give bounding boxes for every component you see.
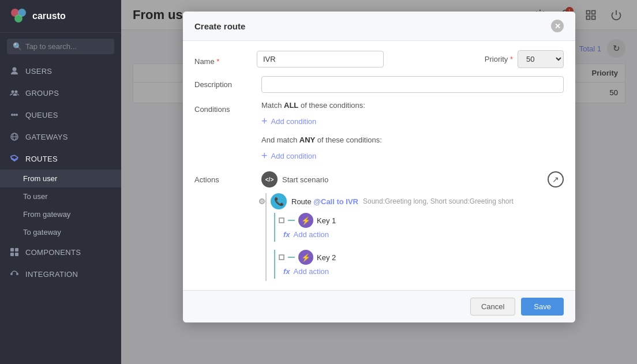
priority-group: Priority * 50 10 20 100 (485, 50, 564, 68)
svg-point-6 (11, 114, 13, 116)
key1-content: ⚡ Key 1 fx Add action (279, 213, 564, 239)
svg-point-2 (14, 14, 23, 22)
queues-label: QUEUES (25, 111, 58, 119)
match-all-text: Match ALL of these conditions: (261, 101, 564, 110)
search-bar[interactable]: 🔍 (7, 39, 114, 54)
flow-tree: 📞 Route @Call to IVR Sound:Greeting long… (261, 193, 564, 281)
key2-row: ⚡ Key 2 (279, 250, 564, 265)
svg-point-7 (13, 114, 16, 116)
modal-overlay: Create route ✕ Name * Priority (121, 0, 637, 364)
gap1 (271, 244, 564, 250)
sidebar-subitem-from-gateway[interactable]: From gateway (0, 205, 121, 223)
sidebar-item-groups[interactable]: GROUPS (0, 82, 121, 104)
conditions-row: Conditions Match ALL of these conditions… (194, 101, 564, 163)
modal-footer: Cancel Save (183, 290, 575, 322)
users-icon (9, 66, 20, 76)
route-item: 📞 Route @Call to IVR Sound:Greeting long… (271, 193, 564, 209)
gateways-icon (9, 132, 20, 142)
key2-content: ⚡ Key 2 fx Add action (279, 250, 564, 276)
svg-point-4 (12, 91, 14, 93)
key1-branch: ⚡ Key 1 fx Add action (271, 213, 564, 242)
fx-icon-key1: fx (283, 230, 290, 239)
add-any-condition-label: Add condition (271, 152, 317, 160)
match-any-text: And match ANY of these conditions: (261, 136, 564, 144)
key2-icon: ⚡ (298, 250, 313, 265)
priority-required-marker: * (510, 55, 513, 63)
search-icon: 🔍 (13, 42, 22, 51)
add-action-key1-button[interactable]: fx Add action (279, 230, 564, 239)
add-all-condition-label: Add condition (271, 117, 317, 126)
sidebar-item-routes[interactable]: ROUTES (0, 148, 121, 170)
add-action-key1-label: Add action (294, 230, 329, 239)
sidebar-subitem-to-gateway[interactable]: To gateway (0, 223, 121, 241)
svg-point-16 (10, 273, 13, 275)
all-highlight: ALL (284, 101, 298, 110)
name-label: Name * (194, 53, 252, 66)
sidebar-item-users[interactable]: USERS (0, 60, 121, 82)
route-sound-label: Sound:Greeting long, Short sound:Greetin… (363, 197, 514, 205)
sidebar-subitem-to-user[interactable]: To user (0, 187, 121, 205)
conditions-content: Match ALL of these conditions: + Add con… (261, 101, 564, 163)
key2-square (279, 254, 284, 260)
key2-label: Key 2 (317, 253, 336, 262)
logo-area: carusto (0, 0, 121, 33)
name-priority-row: Name * Priority * 50 10 20 (194, 50, 564, 68)
save-button[interactable]: Save (521, 298, 564, 316)
route-label: Route @Call to IVR (291, 197, 358, 206)
sidebar-item-gateways[interactable]: GATEWAYS (0, 126, 121, 148)
add-action-key2-button[interactable]: fx Add action (279, 267, 564, 276)
queues-icon (9, 110, 20, 120)
sidebar-item-components[interactable]: COMPONENTS (0, 241, 121, 263)
key1-hline (288, 220, 295, 221)
any-highlight: ANY (299, 136, 315, 144)
from-user-label: From user (23, 174, 57, 183)
flow-items: 📞 Route @Call to IVR Sound:Greeting long… (271, 193, 564, 281)
add-all-condition-button[interactable]: + Add condition (261, 114, 564, 129)
sidebar-item-queues[interactable]: QUEUES (0, 104, 121, 126)
actions-flow: </> Start scenario ↗ (261, 171, 564, 281)
svg-point-17 (16, 273, 18, 275)
svg-rect-15 (15, 253, 18, 256)
conditions-label: Conditions (194, 101, 252, 114)
components-label: COMPONENTS (25, 248, 81, 257)
name-group: Name * (194, 51, 473, 67)
sidebar-item-integration[interactable]: INTEGRATION (0, 263, 121, 285)
cancel-button[interactable]: Cancel (470, 298, 515, 316)
routes-icon (9, 153, 20, 164)
name-input[interactable] (257, 51, 384, 67)
create-route-modal: Create route ✕ Name * Priority (183, 12, 575, 322)
svg-point-5 (15, 91, 18, 93)
sidebar: carusto 🔍 USERS GROUPS QUEUES GATEWAYS R… (0, 0, 121, 364)
add-action-key2-label: Add action (294, 267, 329, 276)
integration-icon (9, 269, 20, 279)
svg-point-3 (13, 67, 17, 72)
start-scenario-row: </> Start scenario ↗ (261, 171, 564, 187)
add-any-plus-icon: + (261, 150, 268, 162)
modal-close-button[interactable]: ✕ (551, 20, 564, 32)
to-gateway-label: To gateway (23, 228, 61, 237)
routes-label: ROUTES (25, 155, 58, 163)
fx-icon-key2: fx (283, 267, 290, 276)
sidebar-subitem-from-user[interactable]: From user (0, 170, 121, 187)
search-input[interactable] (25, 42, 108, 51)
description-row: Description (194, 76, 564, 93)
app-name: carusto (32, 11, 66, 21)
svg-point-8 (16, 114, 18, 116)
components-icon (9, 247, 20, 257)
actions-section: Actions </> Start scenario ↗ (194, 171, 564, 281)
key2-branch: ⚡ Key 2 fx Add action (271, 250, 564, 279)
add-all-plus-icon: + (261, 115, 268, 127)
start-scenario-icon: </> (261, 171, 278, 187)
main-flow-line (261, 193, 271, 281)
name-required-marker: * (216, 57, 219, 66)
actions-label: Actions (194, 171, 252, 184)
route-at-label: @Call to IVR (313, 197, 358, 206)
main-content: From user 1 Total 1 ↻ Priority 50 (121, 0, 637, 364)
description-input[interactable] (261, 76, 564, 93)
key2-hline (288, 257, 295, 258)
priority-select[interactable]: 50 10 20 100 (518, 50, 564, 68)
description-label: Description (194, 76, 252, 89)
add-any-condition-button[interactable]: + Add condition (261, 149, 564, 163)
expand-scenario-button[interactable]: ↗ (548, 171, 564, 187)
carusto-logo-icon (9, 7, 28, 25)
